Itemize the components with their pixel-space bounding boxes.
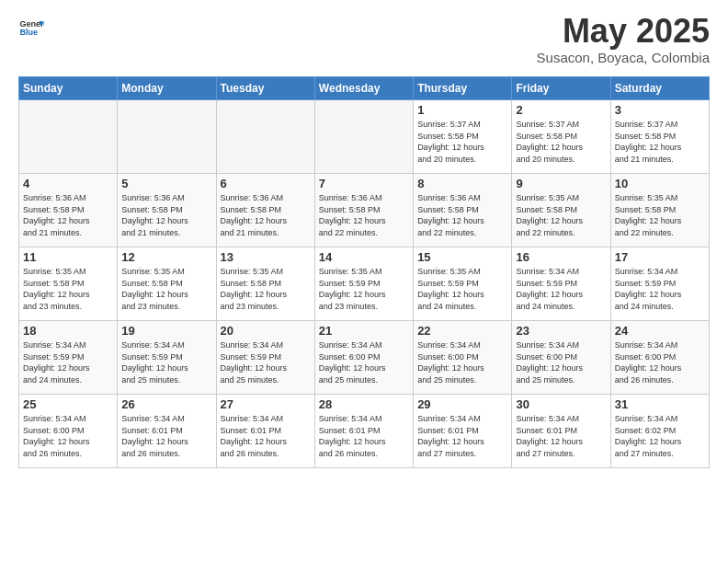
day-number: 31 — [615, 397, 705, 411]
calendar-cell: 23Sunrise: 5:34 AM Sunset: 6:00 PM Dayli… — [512, 321, 610, 395]
calendar-cell: 7Sunrise: 5:36 AM Sunset: 5:58 PM Daylig… — [314, 174, 413, 247]
calendar-cell: 21Sunrise: 5:34 AM Sunset: 6:00 PM Dayli… — [314, 321, 413, 395]
title-block: May 2025 Susacon, Boyaca, Colombia — [537, 15, 710, 65]
calendar-week-row: 11Sunrise: 5:35 AM Sunset: 5:58 PM Dayli… — [19, 247, 710, 321]
weekday-header: Saturday — [610, 77, 709, 100]
calendar-cell: 11Sunrise: 5:35 AM Sunset: 5:58 PM Dayli… — [19, 247, 118, 321]
weekday-header: Sunday — [19, 77, 118, 100]
day-info: Sunrise: 5:34 AM Sunset: 6:00 PM Dayligh… — [319, 339, 409, 385]
day-number: 18 — [23, 324, 113, 338]
calendar-cell: 27Sunrise: 5:34 AM Sunset: 6:01 PM Dayli… — [216, 395, 314, 468]
calendar-cell: 4Sunrise: 5:36 AM Sunset: 5:58 PM Daylig… — [19, 174, 118, 247]
day-number: 19 — [121, 324, 211, 338]
calendar-title: May 2025 — [537, 15, 710, 48]
calendar-cell — [118, 100, 216, 174]
day-number: 29 — [417, 397, 507, 411]
calendar-cell: 6Sunrise: 5:36 AM Sunset: 5:58 PM Daylig… — [216, 174, 314, 247]
day-number: 22 — [417, 324, 507, 338]
calendar-cell: 16Sunrise: 5:34 AM Sunset: 5:59 PM Dayli… — [512, 247, 610, 321]
day-number: 11 — [23, 250, 113, 264]
calendar-cell: 25Sunrise: 5:34 AM Sunset: 6:00 PM Dayli… — [19, 395, 118, 468]
calendar-cell: 2Sunrise: 5:37 AM Sunset: 5:58 PM Daylig… — [512, 100, 610, 174]
day-number: 4 — [23, 177, 113, 190]
day-info: Sunrise: 5:34 AM Sunset: 6:02 PM Dayligh… — [615, 413, 705, 459]
calendar-cell: 18Sunrise: 5:34 AM Sunset: 5:59 PM Dayli… — [19, 321, 118, 395]
weekday-header: Wednesday — [314, 77, 413, 100]
day-info: Sunrise: 5:37 AM Sunset: 5:58 PM Dayligh… — [516, 119, 606, 165]
day-info: Sunrise: 5:34 AM Sunset: 5:59 PM Dayligh… — [516, 266, 606, 312]
day-number: 3 — [615, 103, 705, 117]
day-info: Sunrise: 5:37 AM Sunset: 5:58 PM Dayligh… — [417, 119, 507, 165]
calendar-cell: 19Sunrise: 5:34 AM Sunset: 5:59 PM Dayli… — [118, 321, 216, 395]
calendar-subtitle: Susacon, Boyaca, Colombia — [537, 50, 710, 65]
calendar-cell: 8Sunrise: 5:36 AM Sunset: 5:58 PM Daylig… — [414, 174, 512, 247]
day-info: Sunrise: 5:35 AM Sunset: 5:59 PM Dayligh… — [417, 266, 507, 312]
logo-icon: General Blue — [18, 15, 44, 40]
day-info: Sunrise: 5:34 AM Sunset: 6:01 PM Dayligh… — [221, 413, 311, 459]
calendar-cell — [314, 100, 413, 174]
day-number: 24 — [615, 324, 705, 338]
day-info: Sunrise: 5:37 AM Sunset: 5:58 PM Dayligh… — [615, 119, 705, 165]
day-number: 23 — [516, 324, 606, 338]
day-number: 26 — [121, 397, 211, 411]
calendar-cell: 5Sunrise: 5:36 AM Sunset: 5:58 PM Daylig… — [118, 174, 216, 247]
day-info: Sunrise: 5:34 AM Sunset: 5:59 PM Dayligh… — [23, 339, 113, 385]
calendar-week-row: 18Sunrise: 5:34 AM Sunset: 5:59 PM Dayli… — [19, 321, 710, 395]
day-info: Sunrise: 5:34 AM Sunset: 6:00 PM Dayligh… — [417, 339, 507, 385]
day-info: Sunrise: 5:34 AM Sunset: 6:00 PM Dayligh… — [615, 339, 705, 385]
calendar-cell: 22Sunrise: 5:34 AM Sunset: 6:00 PM Dayli… — [414, 321, 512, 395]
day-info: Sunrise: 5:34 AM Sunset: 6:00 PM Dayligh… — [516, 339, 606, 385]
day-number: 8 — [417, 177, 507, 190]
calendar-cell: 12Sunrise: 5:35 AM Sunset: 5:58 PM Dayli… — [118, 247, 216, 321]
calendar-cell: 17Sunrise: 5:34 AM Sunset: 5:59 PM Dayli… — [610, 247, 709, 321]
day-info: Sunrise: 5:34 AM Sunset: 6:01 PM Dayligh… — [417, 413, 507, 459]
page: General Blue May 2025 Susacon, Boyaca, C… — [0, 0, 728, 563]
calendar-week-row: 25Sunrise: 5:34 AM Sunset: 6:00 PM Dayli… — [19, 395, 710, 468]
calendar-cell — [19, 100, 118, 174]
calendar-cell: 26Sunrise: 5:34 AM Sunset: 6:01 PM Dayli… — [118, 395, 216, 468]
calendar-cell: 3Sunrise: 5:37 AM Sunset: 5:58 PM Daylig… — [610, 100, 709, 174]
day-number: 28 — [319, 397, 409, 411]
calendar-cell: 20Sunrise: 5:34 AM Sunset: 5:59 PM Dayli… — [216, 321, 314, 395]
day-info: Sunrise: 5:34 AM Sunset: 5:59 PM Dayligh… — [615, 266, 705, 312]
day-info: Sunrise: 5:36 AM Sunset: 5:58 PM Dayligh… — [221, 192, 311, 238]
calendar-table: SundayMondayTuesdayWednesdayThursdayFrid… — [18, 76, 710, 468]
day-info: Sunrise: 5:34 AM Sunset: 6:01 PM Dayligh… — [319, 413, 409, 459]
day-info: Sunrise: 5:34 AM Sunset: 5:59 PM Dayligh… — [221, 339, 311, 385]
day-info: Sunrise: 5:34 AM Sunset: 5:59 PM Dayligh… — [121, 339, 211, 385]
weekday-header: Monday — [118, 77, 216, 100]
day-info: Sunrise: 5:36 AM Sunset: 5:58 PM Dayligh… — [319, 192, 409, 238]
day-info: Sunrise: 5:36 AM Sunset: 5:58 PM Dayligh… — [23, 192, 113, 238]
svg-text:Blue: Blue — [19, 28, 38, 37]
day-number: 7 — [319, 177, 409, 190]
calendar-cell: 29Sunrise: 5:34 AM Sunset: 6:01 PM Dayli… — [414, 395, 512, 468]
day-info: Sunrise: 5:34 AM Sunset: 6:01 PM Dayligh… — [121, 413, 211, 459]
day-info: Sunrise: 5:34 AM Sunset: 6:01 PM Dayligh… — [516, 413, 606, 459]
day-info: Sunrise: 5:36 AM Sunset: 5:58 PM Dayligh… — [417, 192, 507, 238]
header: General Blue May 2025 Susacon, Boyaca, C… — [18, 15, 710, 65]
day-number: 13 — [221, 250, 311, 264]
calendar-cell: 13Sunrise: 5:35 AM Sunset: 5:58 PM Dayli… — [216, 247, 314, 321]
calendar-cell: 1Sunrise: 5:37 AM Sunset: 5:58 PM Daylig… — [414, 100, 512, 174]
day-info: Sunrise: 5:35 AM Sunset: 5:58 PM Dayligh… — [516, 192, 606, 238]
day-number: 15 — [417, 250, 507, 264]
day-info: Sunrise: 5:35 AM Sunset: 5:58 PM Dayligh… — [221, 266, 311, 312]
calendar-cell: 31Sunrise: 5:34 AM Sunset: 6:02 PM Dayli… — [610, 395, 709, 468]
logo: General Blue — [18, 15, 44, 40]
day-info: Sunrise: 5:35 AM Sunset: 5:59 PM Dayligh… — [319, 266, 409, 312]
day-info: Sunrise: 5:36 AM Sunset: 5:58 PM Dayligh… — [121, 192, 211, 238]
day-number: 2 — [516, 103, 606, 117]
day-number: 27 — [221, 397, 311, 411]
day-number: 25 — [23, 397, 113, 411]
day-info: Sunrise: 5:35 AM Sunset: 5:58 PM Dayligh… — [615, 192, 705, 238]
day-number: 12 — [121, 250, 211, 264]
calendar-week-row: 4Sunrise: 5:36 AM Sunset: 5:58 PM Daylig… — [19, 174, 710, 247]
day-number: 9 — [516, 177, 606, 190]
weekday-header: Tuesday — [216, 77, 314, 100]
day-number: 1 — [417, 103, 507, 117]
calendar-cell: 30Sunrise: 5:34 AM Sunset: 6:01 PM Dayli… — [512, 395, 610, 468]
weekday-header: Friday — [512, 77, 610, 100]
day-number: 21 — [319, 324, 409, 338]
calendar-cell: 9Sunrise: 5:35 AM Sunset: 5:58 PM Daylig… — [512, 174, 610, 247]
calendar-week-row: 1Sunrise: 5:37 AM Sunset: 5:58 PM Daylig… — [19, 100, 710, 174]
